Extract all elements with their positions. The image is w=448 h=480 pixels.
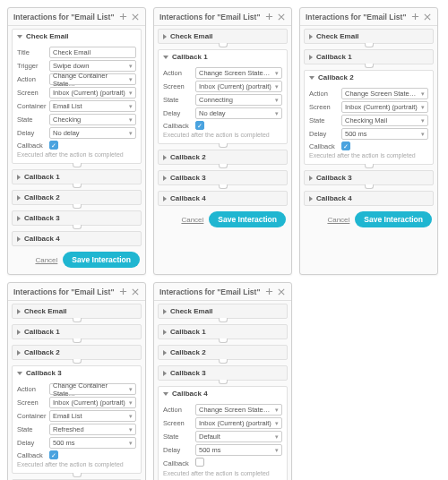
state-select[interactable]: Checking <box>49 114 136 125</box>
screen-select[interactable]: Inbox (Current) (portrait) <box>49 397 136 408</box>
callback-checkbox[interactable]: ✓ <box>49 141 58 150</box>
disclosure-triangle-icon <box>17 216 21 221</box>
field-label: Screen <box>163 419 195 427</box>
disclosure-triangle-icon <box>163 155 167 160</box>
callback-checkbox[interactable]: ✓ <box>341 141 350 150</box>
close-panel-icon[interactable] <box>130 287 140 296</box>
field-value: Refreshed <box>53 425 84 433</box>
delay-select[interactable]: No delay <box>49 127 136 139</box>
section-header[interactable]: Callback 3 <box>159 366 287 380</box>
section-header[interactable]: Callback 1 <box>159 50 287 64</box>
field-label: Delay <box>17 129 49 137</box>
field-value: Swipe down <box>53 62 89 70</box>
trigger-select[interactable]: Swipe down <box>49 60 136 72</box>
section-header[interactable]: Callback 1 <box>13 325 141 339</box>
section-header[interactable]: Callback 2 <box>159 150 287 164</box>
section: Callback 3 <box>12 210 142 226</box>
save-interaction-button[interactable]: Save Interaction <box>355 211 432 227</box>
state-select[interactable]: Connecting <box>195 94 282 106</box>
section-connector <box>12 204 142 208</box>
save-interaction-button[interactable]: Save Interaction <box>63 252 140 268</box>
panel-header: Interactions for "Email List" <box>8 8 145 26</box>
callback-checkbox[interactable]: ✓ <box>49 450 58 459</box>
add-interaction-icon[interactable] <box>264 287 274 296</box>
add-interaction-icon[interactable] <box>410 12 420 21</box>
section-header[interactable]: Callback 3 <box>305 171 433 184</box>
add-interaction-icon[interactable] <box>264 12 274 21</box>
section-header[interactable]: Check Email <box>305 30 433 43</box>
panel-footer: CancelSave Interaction <box>154 206 291 232</box>
screen-select[interactable]: Inbox (Current) (portrait) <box>341 101 428 113</box>
screen-select[interactable]: Inbox (Current) (portrait) <box>49 87 136 99</box>
field-value: Checking <box>53 116 81 124</box>
delay-select[interactable]: 500 ms <box>195 444 282 456</box>
field-value: Inbox (Current) (portrait) <box>53 399 125 407</box>
cancel-link[interactable]: Cancel <box>181 216 203 224</box>
section-header[interactable]: Callback 4 <box>305 192 433 205</box>
section-header[interactable]: Callback 1 <box>305 50 433 64</box>
field-value: Connecting <box>199 96 233 104</box>
field-row-screen: ScreenInbox (Current) (portrait) <box>17 397 136 408</box>
delay-select[interactable]: 500 ms <box>341 128 428 140</box>
delay-select[interactable]: No delay <box>195 107 282 119</box>
title-input[interactable]: Check Email <box>49 47 136 58</box>
section-header[interactable]: Callback 3 <box>159 171 287 184</box>
action-select[interactable]: Change Screen State… <box>341 88 428 99</box>
panel-title: Interactions for "Email List" <box>306 13 409 21</box>
field-row-callback: Callback✓ <box>163 121 282 130</box>
section-header[interactable]: Check Email <box>13 30 141 43</box>
delay-select[interactable]: 500 ms <box>49 437 136 449</box>
cancel-link[interactable]: Cancel <box>327 216 349 224</box>
section-header[interactable]: Callback 3 <box>13 211 141 225</box>
close-panel-icon[interactable] <box>422 12 432 21</box>
section-connector <box>304 184 434 188</box>
interactions-panel: Interactions for "Email List"Check Email… <box>7 282 146 480</box>
section-header[interactable]: Callback 2 <box>13 346 141 359</box>
field-value: Inbox (Current) (portrait) <box>199 419 271 427</box>
section-header[interactable]: Callback 2 <box>13 191 141 204</box>
section-header[interactable]: Check Email <box>159 30 287 43</box>
section-header[interactable]: Callback 3 <box>13 366 141 380</box>
field-row-action: ActionChange Screen State… <box>163 67 282 79</box>
section-header[interactable]: Callback 1 <box>13 170 141 184</box>
section-header[interactable]: Check Email <box>13 304 141 318</box>
callback-hint: Executed after the action is completed <box>163 132 282 138</box>
container-select[interactable]: Email List <box>49 410 136 422</box>
action-select[interactable]: Change Screen State… <box>195 67 282 79</box>
state-select[interactable]: Default <box>195 431 282 442</box>
section-header[interactable]: Callback 1 <box>159 325 287 339</box>
close-panel-icon[interactable] <box>276 287 286 296</box>
add-interaction-icon[interactable] <box>118 287 128 296</box>
screen-select[interactable]: Inbox (Current) (portrait) <box>195 81 282 92</box>
section-header[interactable]: Check Email <box>159 304 287 318</box>
section: Callback 1 <box>158 324 288 339</box>
callback-checkbox[interactable] <box>195 458 204 467</box>
section-connector <box>12 473 142 476</box>
state-select[interactable]: Checking Mail <box>341 115 428 126</box>
section: Callback 3 <box>158 170 288 185</box>
container-select[interactable]: Email List <box>49 100 136 112</box>
section-header[interactable]: Callback 4 <box>13 232 141 245</box>
callback-checkbox[interactable]: ✓ <box>195 121 204 130</box>
close-panel-icon[interactable] <box>276 12 286 21</box>
panel-title: Interactions for "Email List" <box>13 287 116 296</box>
callback-hint: Executed after the action is completed <box>309 152 428 159</box>
section-title: Callback 1 <box>172 53 208 61</box>
add-interaction-icon[interactable] <box>118 12 128 21</box>
cancel-link[interactable]: Cancel <box>35 256 57 264</box>
action-select[interactable]: Change Screen State… <box>195 404 282 416</box>
state-select[interactable]: Refreshed <box>49 424 136 435</box>
panel-title: Interactions for "Email List" <box>159 13 263 21</box>
screen-select[interactable]: Inbox (Current) (portrait) <box>195 417 282 429</box>
disclosure-triangle-icon <box>163 56 168 59</box>
action-select[interactable]: Change Container State… <box>49 383 136 395</box>
section-header[interactable]: Callback 2 <box>305 71 433 84</box>
close-panel-icon[interactable] <box>130 12 140 21</box>
section-header[interactable]: Callback 2 <box>159 346 287 359</box>
section: Callback 4 <box>158 191 288 206</box>
save-interaction-button[interactable]: Save Interaction <box>209 211 286 227</box>
action-select[interactable]: Change Container State… <box>49 73 136 85</box>
field-row-screen: ScreenInbox (Current) (portrait) <box>17 87 136 99</box>
section-header[interactable]: Callback 4 <box>159 192 287 205</box>
section-header[interactable]: Callback 4 <box>159 387 287 400</box>
